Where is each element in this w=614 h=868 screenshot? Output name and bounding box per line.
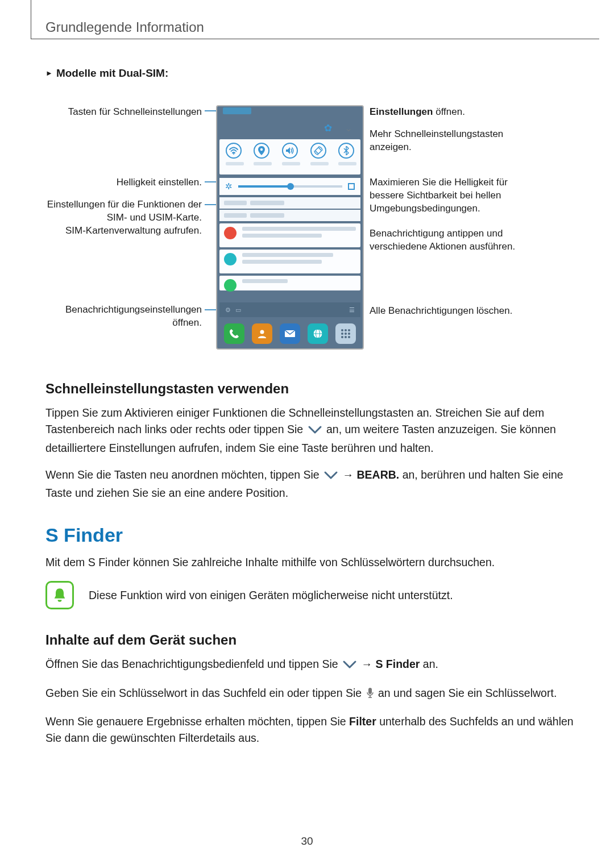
text-b: an. (420, 658, 438, 670)
svg-point-7 (260, 148, 263, 151)
wifi-icon (226, 143, 242, 159)
line-1: Mehr Schnelleinstellungstasten (370, 128, 503, 139)
filter-bold: Filter (349, 715, 376, 728)
svg-point-9 (260, 330, 264, 334)
svg-point-15 (341, 329, 343, 331)
line-1: Benachrichtigung antippen und (370, 228, 503, 239)
page-content: ►Modelle mit Dual-SIM: ✿ ⌄ (45, 67, 574, 757)
callout-brightness: Helligkeit einstellen. (45, 176, 202, 189)
heading-use-quick-settings: Schnelleinstellungstasten verwenden (45, 381, 574, 397)
sec2-p2: Geben Sie ein Schlüsselwort in das Suchf… (45, 685, 574, 703)
clock-placeholder (223, 107, 251, 114)
callout-more-toggles: Mehr Schnelleinstellungstasten anzeigen. (370, 128, 569, 154)
phone-mockup: ✿ ⌄ ✲ (216, 105, 364, 350)
brightness-slider (238, 185, 342, 188)
sfinder-bold: S Finder (375, 658, 420, 670)
line-2: verschiedene Aktionen ausführen. (370, 241, 515, 252)
svg-point-6 (233, 153, 234, 154)
line-2: bessere Sichtbarkeit bei hellen (370, 190, 501, 201)
heading-search-device: Inhalte auf dem Gerät suchen (45, 632, 574, 648)
heading-s-finder: S Finder (45, 524, 574, 546)
footer-left-icons: ⚙▭ (225, 306, 241, 314)
chevron-down-icon: ⌄ (345, 122, 352, 134)
callout-max-brightness: Maximieren Sie die Helligkeit für besser… (370, 176, 569, 215)
svg-rect-8 (315, 147, 321, 153)
svg-point-19 (345, 333, 347, 335)
arrow: → (358, 658, 375, 670)
text-a: Geben Sie ein Schlüsselwort in das Suchf… (45, 687, 365, 699)
callout-notif-settings: Benachrichtigungseinstellungen öffnen. (45, 304, 202, 330)
microphone-icon (366, 687, 374, 703)
text-a: Wenn Sie die Tasten neu anordnen möchten… (45, 468, 322, 481)
quick-settings-row (219, 139, 360, 175)
bold: Einstellungen (370, 106, 433, 117)
dual-sim-heading: ►Modelle mit Dual-SIM: (45, 67, 574, 80)
line-1: Benachrichtigungseinstellungen (65, 304, 202, 315)
sim-row-1 (219, 197, 360, 209)
notification-item-3 (219, 276, 360, 290)
phone-app-icon (224, 323, 244, 344)
notification-footer-bar: ⚙▭ ☰ (219, 302, 360, 317)
notification-panel-diagram: ✿ ⌄ ✲ (45, 91, 574, 364)
text-b: an und sagen Sie ein Schlüsselwort. (375, 687, 557, 699)
callout-sim-settings: Einstellungen für die Funktionen der SIM… (45, 198, 202, 238)
gear-icon: ✿ (324, 122, 332, 134)
rotate-icon (310, 143, 326, 159)
brightness-slider-row: ✲ (219, 178, 360, 195)
chevron-down-icon (323, 469, 338, 485)
text-a: Öffnen Sie das Benachrichtigungsbedienfe… (45, 658, 341, 670)
sfinder-intro: Mit dem S Finder können Sie zahlreiche I… (45, 554, 574, 571)
rest: öffnen. (433, 106, 464, 117)
user-small-icon: ▭ (235, 306, 241, 314)
line-3: Umgebungsbedingungen. (370, 203, 480, 214)
callout-open-settings: Einstellungen öffnen. (370, 106, 569, 119)
bluetooth-icon (338, 143, 354, 159)
triangle-icon: ► (45, 69, 53, 77)
page-border-horizontal (31, 39, 599, 39)
svg-point-16 (345, 329, 347, 331)
paragraph-2: Wenn Sie die Tasten neu anordnen möchten… (45, 467, 574, 502)
callout-clear-all: Alle Benachrichtigungen löschen. (370, 305, 569, 318)
status-bar (219, 107, 360, 118)
apps-drawer-icon (335, 323, 356, 344)
notification-icon (224, 253, 237, 265)
dual-sim-colon: : (165, 67, 168, 79)
bearb-label: BEARB. (356, 468, 399, 481)
svg-point-17 (348, 329, 350, 331)
svg-point-22 (345, 336, 347, 338)
note-text: Diese Funktion wird von einigen Geräten … (89, 587, 453, 604)
home-dock (224, 323, 356, 344)
callout-tap-notification: Benachrichtigung antippen und verschiede… (370, 227, 574, 254)
page-header: Grundlegende Information (45, 19, 204, 35)
svg-rect-24 (368, 688, 372, 694)
notification-item-1 (219, 223, 360, 247)
notification-icon (224, 279, 237, 292)
bell-icon (45, 581, 74, 609)
location-icon (254, 143, 269, 159)
text-a: Wenn Sie genauere Ergebnisse erhalten mö… (45, 715, 349, 728)
page-border-vertical (31, 0, 31, 39)
line-1: Maximieren Sie die Helligkeit für (370, 177, 508, 188)
line-1: Einstellungen für die Funktionen der (47, 199, 202, 210)
dual-sim-label: Modelle mit Dual-SIM (56, 67, 165, 79)
notification-item-2 (219, 250, 360, 273)
svg-point-23 (348, 336, 350, 338)
line-2: SIM- und USIM-Karte. (107, 212, 202, 223)
sound-icon (282, 143, 298, 159)
svg-point-21 (341, 336, 343, 338)
callout-quick-settings-buttons: Tasten für Schnelleinstellungen (45, 106, 202, 119)
settings-small-icon: ⚙ (225, 306, 231, 314)
svg-point-20 (348, 333, 350, 335)
note-block: Diese Funktion wird von einigen Geräten … (45, 581, 574, 609)
paragraph-1: Tippen Sie zum Aktivieren einiger Funkti… (45, 405, 574, 456)
sec2-p1: Öffnen Sie das Benachrichtigungsbedienfe… (45, 656, 574, 675)
browser-app-icon (308, 323, 328, 344)
notification-icon (224, 227, 237, 239)
page-number: 30 (0, 835, 614, 848)
svg-point-18 (341, 333, 343, 335)
sec2-p3: Wenn Sie genauere Ergebnisse erhalten mö… (45, 713, 574, 746)
clear-all-icon: ☰ (349, 306, 355, 314)
line-2: anzeigen. (370, 142, 412, 152)
line-3: SIM-Kartenverwaltung aufrufen. (65, 225, 202, 236)
contacts-app-icon (252, 323, 272, 344)
